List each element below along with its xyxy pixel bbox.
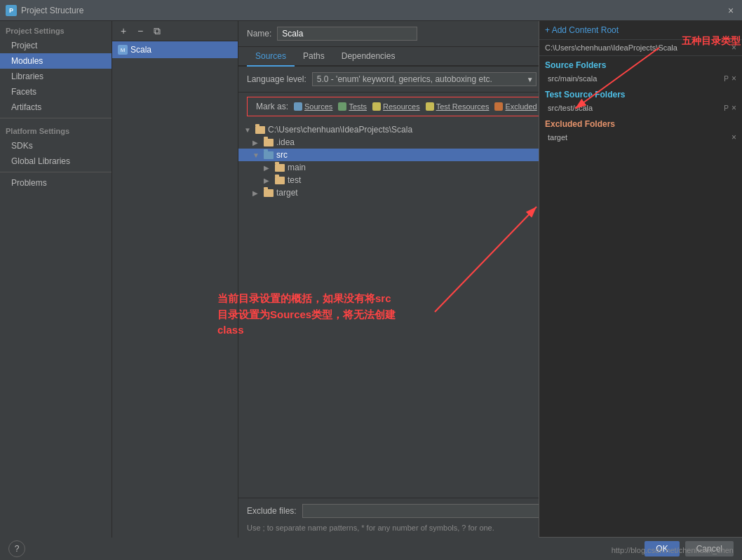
tests-tag-icon xyxy=(338,102,346,111)
test-source-folders-title: Test Source Folders xyxy=(539,86,742,101)
mark-tag-test-resources[interactable]: Test Resources xyxy=(426,102,490,111)
tree-arrow-src: ▼ xyxy=(252,151,261,159)
folder-icon-root xyxy=(255,125,265,134)
mark-tag-sources[interactable]: Sources xyxy=(294,102,332,111)
module-toolbar: + − ⧉ xyxy=(112,21,238,41)
sidebar-divider-2 xyxy=(0,172,112,172)
sidebar-item-libraries[interactable]: Libraries xyxy=(0,69,112,84)
source-folder-p-icon[interactable]: P xyxy=(724,75,729,83)
excluded-folder-remove-icon[interactable]: × xyxy=(731,132,736,142)
module-icon: M xyxy=(118,45,128,55)
content-root-path: C:\Users\chenhuan\IdeaProjects\Scala × xyxy=(539,40,742,56)
sidebar-item-facets[interactable]: Facets xyxy=(0,84,112,100)
sidebar-item-modules[interactable]: Modules xyxy=(0,53,112,69)
src-folder-icon xyxy=(264,151,274,159)
tree-arrow-idea: ▶ xyxy=(252,139,261,146)
remove-module-button[interactable]: − xyxy=(133,24,147,38)
tree-arrow-root: ▼ xyxy=(244,126,252,134)
sources-tag-icon xyxy=(294,102,302,111)
title-bar-text: Project Structure xyxy=(21,6,721,15)
sidebar-divider xyxy=(0,118,112,118)
main-content: Project Settings Project Modules Librari… xyxy=(0,21,742,538)
mark-as-label: Mark as: xyxy=(256,102,288,111)
module-list: + − ⧉ M Scala xyxy=(112,21,238,538)
test-resources-tag-icon xyxy=(426,102,434,111)
app-icon: P xyxy=(6,5,17,16)
sidebar: Project Settings Project Modules Librari… xyxy=(0,21,112,538)
excluded-folders-title: Excluded Folders xyxy=(539,115,742,130)
exclude-label: Exclude files: xyxy=(247,506,297,516)
mark-tag-resources[interactable]: Resources xyxy=(372,102,420,111)
dialog: P Project Structure × Project Settings P… xyxy=(0,0,742,560)
mark-tag-excluded[interactable]: Excluded xyxy=(494,102,537,111)
source-folder-remove-icon[interactable]: × xyxy=(731,74,736,83)
test-folder-p-icon[interactable]: P xyxy=(724,104,729,112)
module-item-scala[interactable]: M Scala xyxy=(112,41,238,58)
excluded-tag-icon xyxy=(494,102,503,111)
folder-icon-target xyxy=(264,189,274,197)
test-folder-remove-icon[interactable]: × xyxy=(731,103,736,113)
add-content-root-button[interactable]: + Add Content Root xyxy=(539,21,742,40)
tab-sources[interactable]: Sources xyxy=(247,47,295,67)
tree-arrow-target: ▶ xyxy=(252,189,261,197)
sidebar-item-global-libraries[interactable]: Global Libraries xyxy=(0,153,112,169)
source-folders-title: Source Folders xyxy=(539,56,742,71)
content-root-panel: + Add Content Root C:\Users\chenhuan\Ide… xyxy=(539,21,742,538)
name-label: Name: xyxy=(247,29,271,39)
test-source-folder-entry-0: src/test/scala P × xyxy=(539,101,742,115)
excluded-folder-entry-0: target × xyxy=(539,130,742,144)
close-button[interactable]: × xyxy=(725,5,736,16)
resources-tag-icon xyxy=(372,102,381,111)
right-panel: Name: Sources Paths Dependencies Languag… xyxy=(238,21,742,538)
project-settings-title: Project Settings xyxy=(0,21,112,38)
help-button[interactable]: ? xyxy=(8,540,25,557)
copy-module-button[interactable]: ⧉ xyxy=(150,24,164,38)
language-select-wrapper: 5.0 - 'enum' keyword, generics, autoboxi… xyxy=(312,72,537,86)
folder-icon-main xyxy=(275,163,285,172)
tab-paths[interactable]: Paths xyxy=(295,47,333,67)
name-input[interactable] xyxy=(277,27,417,41)
tree-arrow-test: ▶ xyxy=(264,177,272,184)
source-folder-entry-0: src/main/scala P × xyxy=(539,71,742,86)
tab-dependencies[interactable]: Dependencies xyxy=(333,47,404,67)
language-label: Language level: xyxy=(247,74,306,84)
sidebar-item-project[interactable]: Project xyxy=(0,38,112,53)
folder-icon-test xyxy=(275,176,285,184)
tree-arrow-main: ▶ xyxy=(264,164,272,172)
language-level-select[interactable]: 5.0 - 'enum' keyword, generics, autoboxi… xyxy=(312,72,537,86)
watermark: http://blog.csdn.net/chenhuan_chen xyxy=(612,546,734,554)
content-root-close-icon[interactable]: × xyxy=(731,43,736,53)
sidebar-item-problems[interactable]: Problems xyxy=(0,175,112,191)
title-bar: P Project Structure × xyxy=(0,0,742,21)
platform-settings-title: Platform Settings xyxy=(0,121,112,138)
mark-tag-tests[interactable]: Tests xyxy=(338,102,367,111)
add-module-button[interactable]: + xyxy=(116,24,130,38)
sidebar-item-artifacts[interactable]: Artifacts xyxy=(0,100,112,115)
sidebar-item-sdks[interactable]: SDKs xyxy=(0,138,112,153)
folder-icon-idea xyxy=(264,138,274,146)
